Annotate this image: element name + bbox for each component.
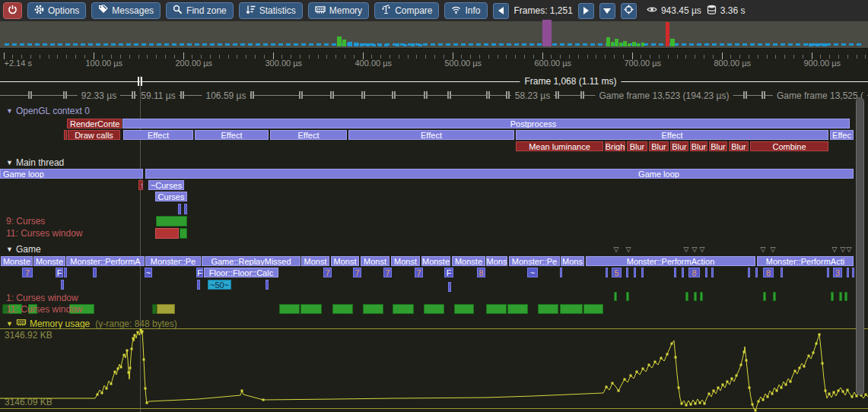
zone-bar[interactable]: [614, 292, 617, 301]
zone-bar[interactable]: [711, 268, 714, 277]
message-marker-icon[interactable]: ▽: [614, 246, 619, 252]
message-marker-icon[interactable]: ▽: [771, 246, 776, 252]
zone-bar[interactable]: 8: [763, 268, 774, 277]
zone-bar[interactable]: Curses: [155, 192, 187, 201]
vertical-scrollbar-thumb[interactable]: [856, 97, 864, 395]
section-header-opengl-context-0[interactable]: ▼OpenGL context 0: [6, 106, 90, 116]
info-button[interactable]: Info: [444, 2, 487, 19]
lock-lane-label[interactable]: 11: Curses window: [6, 304, 83, 315]
zone-bar[interactable]: Monste: [452, 256, 485, 266]
lock-lane-label[interactable]: 11: Curses window: [6, 228, 83, 239]
zone-bar[interactable]: Game loop: [0, 169, 143, 179]
zone-bar[interactable]: [626, 268, 628, 277]
zone-bar[interactable]: [265, 280, 269, 290]
zone-bar[interactable]: RenderConte: [67, 119, 122, 128]
zone-bar[interactable]: 5: [612, 268, 622, 277]
frame-menu-button[interactable]: [599, 3, 615, 19]
zone-bar[interactable]: Effec: [830, 130, 854, 140]
lock-lane-label[interactable]: 1: Curses window: [6, 293, 78, 303]
zone-bar[interactable]: 7: [22, 268, 33, 277]
section-header-game[interactable]: ▼Game: [6, 244, 41, 255]
zone-bar[interactable]: [507, 304, 528, 314]
zone-bar[interactable]: [300, 304, 322, 314]
zone-bar[interactable]: Blur: [709, 141, 727, 151]
zone-bar[interactable]: [178, 204, 181, 214]
memory-button[interactable]: Memory: [308, 2, 369, 19]
zone-bar[interactable]: [197, 280, 200, 290]
zone-bar[interactable]: [180, 228, 187, 239]
zone-bar[interactable]: [755, 268, 758, 277]
zone-bar[interactable]: 7: [383, 268, 392, 277]
zone-bar[interactable]: F: [56, 268, 63, 277]
zone-bar[interactable]: Game loop: [145, 169, 854, 179]
power-button[interactable]: [3, 2, 22, 19]
compare-button[interactable]: Compare: [374, 2, 439, 19]
zone-bar[interactable]: [157, 304, 175, 314]
zone-bar[interactable]: Monst: [331, 256, 359, 266]
message-marker-icon[interactable]: ▽: [684, 246, 689, 252]
zone-bar[interactable]: Blur: [690, 141, 707, 151]
zone-bar[interactable]: Monst: [391, 256, 420, 266]
zone-bar[interactable]: [155, 228, 179, 239]
zone-bar[interactable]: Blur: [670, 141, 688, 151]
zone-bar[interactable]: [781, 268, 783, 277]
zone-bar[interactable]: [64, 268, 67, 277]
zone-bar[interactable]: Mons: [486, 256, 507, 266]
zone-bar[interactable]: ~Curses: [148, 180, 184, 190]
zone-bar[interactable]: Postprocess: [122, 119, 850, 128]
zone-bar[interactable]: [64, 130, 67, 140]
zone-bar[interactable]: 7: [353, 268, 361, 277]
message-marker-icon[interactable]: ▽: [832, 246, 838, 252]
zone-bar[interactable]: [831, 292, 834, 301]
message-marker-icon[interactable]: ▽: [700, 246, 705, 252]
zone-bar[interactable]: 3: [833, 268, 842, 277]
zone-bar[interactable]: [424, 304, 444, 314]
lock-lane-label[interactable]: 9: Curses: [6, 216, 45, 227]
zone-bar[interactable]: Mons: [561, 256, 584, 266]
zone-bar[interactable]: 7: [415, 268, 423, 277]
zone-bar[interactable]: [93, 268, 97, 277]
zone-bar[interactable]: ~: [145, 268, 152, 277]
zone-bar[interactable]: Effect: [123, 130, 193, 140]
zone-bar[interactable]: [641, 268, 644, 277]
zone-bar[interactable]: Draw calls: [68, 130, 120, 140]
zone-bar[interactable]: F: [444, 268, 453, 277]
zone-bar[interactable]: [486, 304, 507, 314]
zone-bar[interactable]: Monste: [421, 256, 450, 266]
zone-bar[interactable]: [332, 304, 353, 314]
zone-bar[interactable]: Monster::PerformAction: [586, 256, 755, 266]
statistics-button[interactable]: Statistics: [239, 2, 303, 19]
zone-bar[interactable]: [748, 268, 750, 277]
zone-bar[interactable]: F: [196, 268, 203, 277]
message-marker-icon[interactable]: ▽: [841, 246, 846, 252]
zone-bar[interactable]: Monster::PerformA: [66, 256, 145, 266]
zone-bar[interactable]: [634, 268, 636, 277]
message-marker-icon[interactable]: ▽: [626, 246, 631, 252]
zone-bar[interactable]: ~: [527, 268, 538, 277]
zone-bar[interactable]: Effect: [348, 130, 514, 140]
zone-bar[interactable]: Brigh: [605, 141, 625, 151]
zone-bar[interactable]: Monster::Pe: [145, 256, 201, 266]
zone-bar[interactable]: Blur: [627, 141, 647, 151]
zone-bar[interactable]: [448, 282, 451, 292]
zone-bar[interactable]: [763, 292, 766, 301]
zone-bar[interactable]: [685, 292, 688, 301]
zone-bar[interactable]: Monster::PerformActi: [757, 256, 854, 266]
zone-bar[interactable]: [694, 292, 697, 301]
zone-bar[interactable]: [852, 268, 854, 277]
section-header-main-thread[interactable]: ▼Main thread: [6, 157, 64, 168]
zone-bar[interactable]: [773, 292, 776, 301]
zone-bar[interactable]: [847, 268, 849, 277]
messages-button[interactable]: Messages: [91, 2, 161, 19]
zone-bar[interactable]: Combine: [750, 141, 828, 151]
prev-frame-button[interactable]: [493, 3, 509, 19]
zone-bar[interactable]: [393, 304, 414, 314]
zone-bar[interactable]: [363, 304, 383, 314]
zone-bar[interactable]: Monste: [33, 256, 65, 266]
zone-bar[interactable]: Monste: [1, 256, 33, 266]
zone-bar[interactable]: Floor::Floor::Calc: [204, 268, 278, 277]
zone-bar[interactable]: 7: [323, 268, 332, 277]
zone-bar[interactable]: [279, 304, 300, 314]
zone-bar[interactable]: [560, 304, 583, 314]
zone-bar[interactable]: [700, 292, 703, 301]
